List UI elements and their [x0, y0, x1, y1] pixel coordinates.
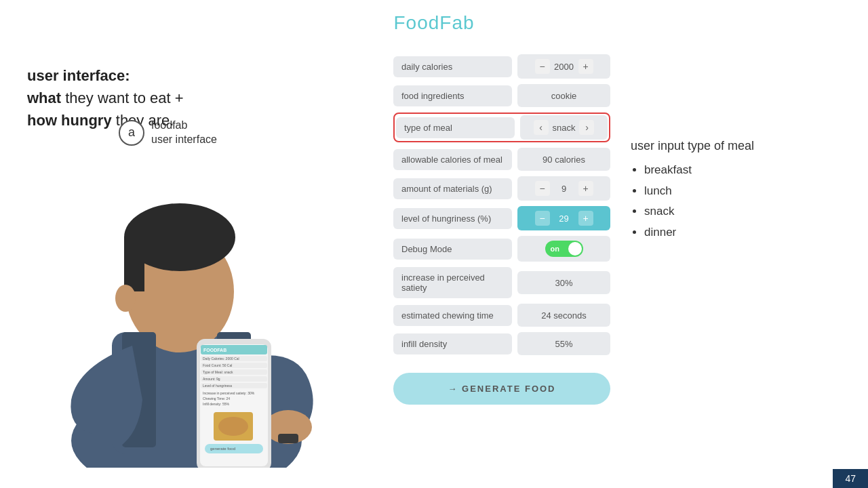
svg-text:Type of Meal: snack: Type of Meal: snack: [203, 370, 233, 374]
headline-rest1: they want to eat +: [61, 89, 183, 106]
allowable-calories-control: 90 calories: [517, 148, 610, 171]
person-illustration: FOODFAB Daily Calories: 2000 Cal Food Co…: [24, 156, 349, 468]
infill-density-value: 55%: [555, 339, 572, 349]
annotation-list: breakfast lunch snack dinner: [631, 160, 834, 243]
daily-calories-value: 2000: [554, 62, 574, 72]
annotation-panel: user input type of meal breakfast lunch …: [631, 139, 834, 243]
meal-type-next[interactable]: ›: [579, 120, 594, 135]
chewing-time-label: estimated chewing time: [393, 305, 512, 326]
debug-mode-label: Debug Mode: [393, 239, 512, 260]
satiety-row: increase in perceived satiety 30%: [393, 267, 610, 298]
annotation-title: user input type of meal: [631, 139, 834, 153]
satiety-value: 30%: [555, 278, 572, 288]
daily-calories-control[interactable]: − 2000 +: [517, 54, 610, 79]
svg-rect-30: [278, 434, 298, 443]
hungriness-value: 29: [554, 214, 574, 224]
allowable-calories-value: 90 calories: [542, 155, 585, 165]
type-of-meal-row[interactable]: type of meal ‹ snack ›: [393, 113, 610, 142]
amount-materials-minus[interactable]: −: [535, 181, 550, 196]
svg-text:generate food: generate food: [210, 447, 235, 451]
meal-type-prev[interactable]: ‹: [534, 120, 549, 135]
type-of-meal-label: type of meal: [396, 117, 515, 138]
svg-text:Infill density: 55%: Infill density: 55%: [203, 402, 229, 406]
daily-calories-plus[interactable]: +: [578, 59, 593, 74]
svg-text:Increase in perceived satiety:: Increase in perceived satiety: 30%: [203, 391, 255, 395]
meal-option-lunch: lunch: [644, 181, 834, 202]
phone-area: FOODFAB Daily Calories: 2000 Cal Food Co…: [24, 156, 349, 461]
hungriness-row: level of hungriness (%) − 29 +: [393, 206, 610, 230]
hungriness-plus[interactable]: +: [578, 211, 593, 226]
hungriness-label: level of hungriness (%): [393, 208, 512, 229]
debug-toggle-wrap[interactable]: on: [517, 236, 610, 262]
daily-calories-label: daily calories: [393, 56, 512, 77]
chewing-time-value: 24 seconds: [541, 310, 587, 321]
food-ingredients-label: food ingredients: [393, 85, 512, 106]
svg-text:FOODFAB: FOODFAB: [203, 348, 226, 352]
svg-point-5: [115, 285, 136, 312]
allowable-calories-row: allowable calories of meal 90 calories: [393, 148, 610, 171]
daily-calories-minus[interactable]: −: [535, 59, 550, 74]
headline-bold-what: what: [27, 89, 61, 106]
svg-point-27: [218, 417, 248, 436]
infill-density-control: 55%: [517, 332, 610, 355]
satiety-control: 30%: [517, 271, 610, 294]
hungriness-control[interactable]: − 29 +: [517, 206, 610, 230]
amount-materials-row: amount of materials (g) − 9 +: [393, 176, 610, 201]
amount-materials-plus[interactable]: +: [578, 181, 593, 196]
svg-text:Daily Calories: 2000 Cal: Daily Calories: 2000 Cal: [203, 357, 239, 361]
svg-rect-4: [124, 237, 144, 291]
page-number: 47: [833, 469, 868, 488]
infill-density-label: infill density: [393, 333, 512, 354]
infill-density-row: infill density 55%: [393, 332, 610, 355]
headline-prefix: user interface:: [27, 67, 130, 84]
satiety-label: increase in perceived satiety: [393, 267, 512, 298]
chewing-time-control: 24 seconds: [517, 304, 610, 327]
meal-option-breakfast: breakfast: [644, 160, 834, 181]
toggle-on-label: on: [551, 245, 559, 253]
allowable-calories-label: allowable calories of meal: [393, 149, 512, 170]
debug-toggle[interactable]: on: [545, 241, 583, 257]
food-ingredients-row: food ingredients cookie: [393, 84, 610, 107]
food-ingredients-control: cookie: [517, 84, 610, 107]
daily-calories-row: daily calories − 2000 +: [393, 54, 610, 79]
page-title: FoodFab: [0, 0, 868, 34]
svg-text:Food Count: 50 Cal: Food Count: 50 Cal: [203, 363, 232, 367]
generate-food-button[interactable]: → GENERATE FOOD: [393, 373, 610, 405]
toggle-knob: [568, 242, 582, 256]
amount-materials-control[interactable]: − 9 +: [517, 176, 610, 201]
svg-text:Level of hungriness: Level of hungriness: [203, 384, 233, 388]
circle-a-badge: a: [119, 120, 144, 146]
amount-materials-label: amount of materials (g): [393, 178, 512, 199]
svg-text:Chewing Time: 24: Chewing Time: 24: [203, 396, 230, 401]
circle-a-label: a foodfab user interface: [119, 119, 217, 147]
headline-bold-hungry: how hungry: [27, 112, 112, 129]
debug-mode-row: Debug Mode on: [393, 236, 610, 262]
meal-option-snack: snack: [644, 201, 834, 222]
ui-panel: daily calories − 2000 + food ingredients…: [393, 54, 610, 405]
hungriness-minus[interactable]: −: [535, 211, 550, 226]
meal-type-value: snack: [553, 123, 576, 133]
type-of-meal-control[interactable]: ‹ snack ›: [520, 115, 608, 140]
meal-option-dinner: dinner: [644, 222, 834, 243]
svg-text:Amount: 9g: Amount: 9g: [203, 377, 220, 381]
chewing-time-row: estimated chewing time 24 seconds: [393, 304, 610, 327]
circle-label-text: foodfab user interface: [151, 119, 217, 147]
food-ingredients-value: cookie: [551, 91, 577, 101]
amount-materials-value: 9: [554, 184, 574, 194]
